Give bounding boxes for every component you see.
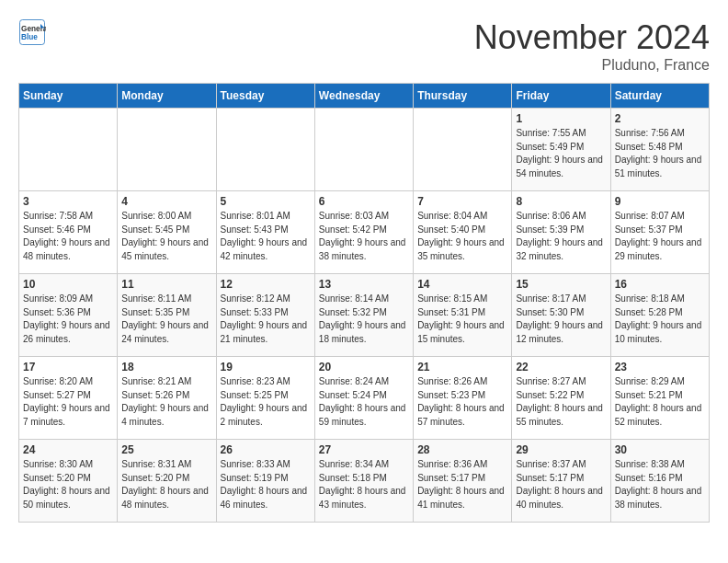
day-info: Sunrise: 8:18 AMSunset: 5:28 PMDaylight:… <box>615 293 705 346</box>
calendar-cell: 22Sunrise: 8:27 AMSunset: 5:22 PMDayligh… <box>512 357 610 440</box>
day-number: 15 <box>516 278 606 291</box>
weekday-header-monday: Monday <box>118 84 216 109</box>
weekday-header-thursday: Thursday <box>414 84 512 109</box>
day-info: Sunrise: 8:27 AMSunset: 5:22 PMDaylight:… <box>516 375 606 429</box>
day-number: 9 <box>615 195 705 208</box>
calendar-cell: 13Sunrise: 8:14 AMSunset: 5:32 PMDayligh… <box>314 274 413 357</box>
calendar-cell: 5Sunrise: 8:01 AMSunset: 5:43 PMDaylight… <box>216 191 314 274</box>
day-number: 30 <box>615 443 705 456</box>
day-number: 27 <box>319 443 409 456</box>
day-info: Sunrise: 8:17 AMSunset: 5:30 PMDaylight:… <box>516 293 606 346</box>
day-info: Sunrise: 8:07 AMSunset: 5:37 PMDaylight:… <box>615 210 705 263</box>
day-info: Sunrise: 8:26 AMSunset: 5:23 PMDaylight:… <box>417 375 507 429</box>
calendar-week-row: 1Sunrise: 7:55 AMSunset: 5:49 PMDaylight… <box>19 109 710 191</box>
day-number: 20 <box>319 361 409 373</box>
calendar-week-row: 3Sunrise: 7:58 AMSunset: 5:46 PMDaylight… <box>19 191 710 274</box>
day-number: 29 <box>516 443 606 456</box>
weekday-header-row: SundayMondayTuesdayWednesdayThursdayFrid… <box>19 84 710 109</box>
day-number: 10 <box>23 278 113 291</box>
day-info: Sunrise: 8:09 AMSunset: 5:36 PMDaylight:… <box>23 293 113 346</box>
calendar-cell: 19Sunrise: 8:23 AMSunset: 5:25 PMDayligh… <box>216 357 314 440</box>
calendar-cell: 26Sunrise: 8:33 AMSunset: 5:19 PMDayligh… <box>216 440 314 523</box>
day-number: 8 <box>516 195 606 208</box>
calendar-cell: 25Sunrise: 8:31 AMSunset: 5:20 PMDayligh… <box>118 440 216 523</box>
day-info: Sunrise: 8:23 AMSunset: 5:25 PMDaylight:… <box>221 375 311 429</box>
day-info: Sunrise: 7:58 AMSunset: 5:46 PMDaylight:… <box>23 210 113 263</box>
calendar-cell <box>314 109 413 191</box>
day-info: Sunrise: 7:55 AMSunset: 5:49 PMDaylight:… <box>516 127 606 180</box>
calendar-cell: 9Sunrise: 8:07 AMSunset: 5:37 PMDaylight… <box>610 191 709 274</box>
calendar-cell: 6Sunrise: 8:03 AMSunset: 5:42 PMDaylight… <box>314 191 413 274</box>
calendar-cell: 10Sunrise: 8:09 AMSunset: 5:36 PMDayligh… <box>19 274 118 357</box>
calendar-cell: 27Sunrise: 8:34 AMSunset: 5:18 PMDayligh… <box>314 440 413 523</box>
day-number: 23 <box>615 361 705 373</box>
calendar-table: SundayMondayTuesdayWednesdayThursdayFrid… <box>18 83 710 523</box>
calendar-cell: 2Sunrise: 7:56 AMSunset: 5:48 PMDaylight… <box>610 109 709 191</box>
day-info: Sunrise: 8:30 AMSunset: 5:20 PMDaylight:… <box>23 458 113 511</box>
day-info: Sunrise: 8:12 AMSunset: 5:33 PMDaylight:… <box>221 293 311 346</box>
day-number: 7 <box>417 195 507 208</box>
calendar-week-row: 24Sunrise: 8:30 AMSunset: 5:20 PMDayligh… <box>19 440 710 523</box>
calendar-cell: 14Sunrise: 8:15 AMSunset: 5:31 PMDayligh… <box>414 274 512 357</box>
day-info: Sunrise: 8:37 AMSunset: 5:17 PMDaylight:… <box>516 458 606 511</box>
day-number: 16 <box>615 278 705 291</box>
day-number: 2 <box>615 112 705 125</box>
day-info: Sunrise: 8:31 AMSunset: 5:20 PMDaylight:… <box>121 458 211 511</box>
day-info: Sunrise: 8:15 AMSunset: 5:31 PMDaylight:… <box>417 293 507 346</box>
day-number: 12 <box>221 278 311 291</box>
calendar-cell <box>216 109 314 191</box>
svg-text:Blue: Blue <box>21 33 38 41</box>
day-info: Sunrise: 8:01 AMSunset: 5:43 PMDaylight:… <box>221 210 311 263</box>
day-info: Sunrise: 8:03 AMSunset: 5:42 PMDaylight:… <box>319 210 409 263</box>
calendar-cell: 1Sunrise: 7:55 AMSunset: 5:49 PMDaylight… <box>512 109 610 191</box>
page-header: General Blue November 2024 Pluduno, Fran… <box>18 18 710 74</box>
calendar-cell: 18Sunrise: 8:21 AMSunset: 5:26 PMDayligh… <box>118 357 216 440</box>
calendar-cell: 28Sunrise: 8:36 AMSunset: 5:17 PMDayligh… <box>414 440 512 523</box>
calendar-cell: 30Sunrise: 8:38 AMSunset: 5:16 PMDayligh… <box>610 440 709 523</box>
day-info: Sunrise: 7:56 AMSunset: 5:48 PMDaylight:… <box>615 127 705 180</box>
day-info: Sunrise: 8:36 AMSunset: 5:17 PMDaylight:… <box>417 458 507 511</box>
svg-text:General: General <box>21 25 46 33</box>
calendar-cell: 8Sunrise: 8:06 AMSunset: 5:39 PMDaylight… <box>512 191 610 274</box>
day-number: 19 <box>221 361 311 373</box>
logo-icon: General Blue <box>18 18 46 46</box>
calendar-cell: 23Sunrise: 8:29 AMSunset: 5:21 PMDayligh… <box>610 357 709 440</box>
calendar-cell <box>19 109 118 191</box>
day-number: 4 <box>121 195 211 208</box>
calendar-cell: 11Sunrise: 8:11 AMSunset: 5:35 PMDayligh… <box>118 274 216 357</box>
weekday-header-tuesday: Tuesday <box>216 84 314 109</box>
calendar-cell: 15Sunrise: 8:17 AMSunset: 5:30 PMDayligh… <box>512 274 610 357</box>
calendar-week-row: 10Sunrise: 8:09 AMSunset: 5:36 PMDayligh… <box>19 274 710 357</box>
calendar-cell <box>414 109 512 191</box>
calendar-cell: 20Sunrise: 8:24 AMSunset: 5:24 PMDayligh… <box>314 357 413 440</box>
day-info: Sunrise: 8:11 AMSunset: 5:35 PMDaylight:… <box>121 293 211 346</box>
month-title: November 2024 <box>474 18 710 57</box>
calendar-cell: 17Sunrise: 8:20 AMSunset: 5:27 PMDayligh… <box>19 357 118 440</box>
calendar-cell: 7Sunrise: 8:04 AMSunset: 5:40 PMDaylight… <box>414 191 512 274</box>
day-number: 1 <box>516 112 606 125</box>
day-info: Sunrise: 8:00 AMSunset: 5:45 PMDaylight:… <box>121 210 211 263</box>
day-number: 26 <box>221 443 311 456</box>
calendar-cell: 12Sunrise: 8:12 AMSunset: 5:33 PMDayligh… <box>216 274 314 357</box>
calendar-cell: 29Sunrise: 8:37 AMSunset: 5:17 PMDayligh… <box>512 440 610 523</box>
calendar-cell: 24Sunrise: 8:30 AMSunset: 5:20 PMDayligh… <box>19 440 118 523</box>
weekday-header-saturday: Saturday <box>610 84 709 109</box>
day-number: 13 <box>319 278 409 291</box>
day-info: Sunrise: 8:34 AMSunset: 5:18 PMDaylight:… <box>319 458 409 511</box>
day-info: Sunrise: 8:20 AMSunset: 5:27 PMDaylight:… <box>23 375 113 429</box>
calendar-cell: 16Sunrise: 8:18 AMSunset: 5:28 PMDayligh… <box>610 274 709 357</box>
day-number: 22 <box>516 361 606 373</box>
weekday-header-sunday: Sunday <box>19 84 118 109</box>
day-info: Sunrise: 8:04 AMSunset: 5:40 PMDaylight:… <box>417 210 507 263</box>
weekday-header-friday: Friday <box>512 84 610 109</box>
day-number: 3 <box>23 195 113 208</box>
day-number: 11 <box>121 278 211 291</box>
weekday-header-wednesday: Wednesday <box>314 84 413 109</box>
title-block: November 2024 Pluduno, France <box>474 18 710 74</box>
day-number: 6 <box>319 195 409 208</box>
day-number: 24 <box>23 443 113 456</box>
calendar-cell: 3Sunrise: 7:58 AMSunset: 5:46 PMDaylight… <box>19 191 118 274</box>
day-number: 18 <box>121 361 211 373</box>
calendar-cell <box>118 109 216 191</box>
location: Pluduno, France <box>474 57 710 74</box>
